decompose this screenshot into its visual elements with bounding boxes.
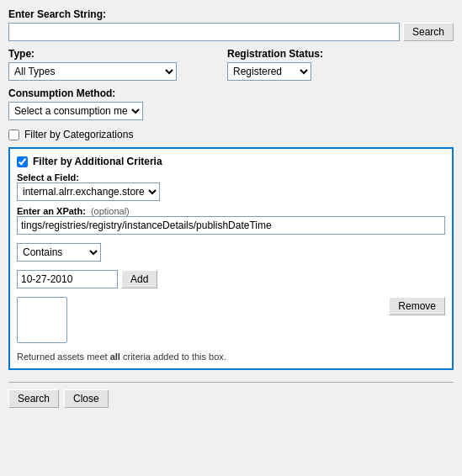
filter-categorizations-checkbox[interactable] bbox=[8, 130, 19, 140]
additional-criteria-checkbox[interactable] bbox=[17, 156, 28, 167]
type-status-row: Type: All Types Registration Status: Reg… bbox=[8, 48, 454, 81]
xpath-input[interactable] bbox=[17, 216, 445, 235]
bottom-buttons-row: Search Close bbox=[8, 382, 454, 408]
select-field-dropdown[interactable]: internal.alrr.exchange.store bbox=[17, 182, 160, 201]
type-select[interactable]: All Types bbox=[8, 62, 177, 81]
registration-status-select[interactable]: Registered bbox=[227, 62, 311, 81]
select-field-section: Select a Field: internal.alrr.exchange.s… bbox=[17, 172, 445, 201]
xpath-label-row: Enter an XPath: (optional) bbox=[17, 206, 445, 216]
type-field-group: Type: All Types bbox=[8, 48, 177, 81]
consumption-method-label: Consumption Method: bbox=[8, 87, 454, 99]
add-button[interactable]: Add bbox=[121, 270, 157, 288]
contains-select[interactable]: Contains bbox=[17, 243, 101, 262]
search-row: Search bbox=[8, 23, 454, 41]
additional-criteria-box: Filter by Additional Criteria Select a F… bbox=[8, 147, 454, 370]
value-add-row: Add bbox=[17, 270, 445, 288]
xpath-section: Enter an XPath: (optional) bbox=[17, 206, 445, 235]
select-field-label: Select a Field: bbox=[17, 172, 445, 182]
main-container: Enter Search String: Search Type: All Ty… bbox=[0, 0, 462, 476]
xpath-label: Enter an XPath: bbox=[17, 206, 86, 216]
filter-categorizations-label: Filter by Categorizations bbox=[24, 129, 133, 140]
note-start: Returned assets meet bbox=[17, 352, 110, 362]
filter-categorizations-row: Filter by Categorizations bbox=[8, 129, 454, 140]
note-bold: all bbox=[110, 352, 120, 362]
additional-criteria-title: Filter by Additional Criteria bbox=[33, 156, 162, 167]
registration-status-group: Registration Status: Registered bbox=[227, 48, 323, 81]
value-input[interactable] bbox=[17, 270, 118, 288]
search-button[interactable]: Search bbox=[403, 23, 454, 41]
bottom-search-button[interactable]: Search bbox=[8, 389, 59, 408]
registration-status-label: Registration Status: bbox=[227, 48, 323, 60]
criteria-title-row: Filter by Additional Criteria bbox=[17, 156, 445, 167]
close-button[interactable]: Close bbox=[64, 389, 109, 408]
remove-button[interactable]: Remove bbox=[389, 297, 445, 315]
consumption-method-section: Consumption Method: Select a consumption… bbox=[8, 87, 454, 120]
criteria-note: Returned assets meet all criteria added … bbox=[17, 352, 445, 362]
xpath-optional: (optional) bbox=[91, 206, 130, 216]
contains-row: Contains bbox=[17, 243, 445, 262]
type-label: Type: bbox=[8, 48, 177, 60]
search-string-label: Enter Search String: bbox=[8, 8, 454, 20]
search-input[interactable] bbox=[8, 23, 400, 41]
criteria-listbox[interactable] bbox=[17, 297, 67, 343]
listbox-remove-row: Remove bbox=[17, 297, 445, 343]
search-string-section: Enter Search String: Search bbox=[8, 8, 454, 41]
consumption-method-select[interactable]: Select a consumption method bbox=[8, 102, 143, 120]
note-end: criteria added to this box. bbox=[120, 352, 226, 362]
